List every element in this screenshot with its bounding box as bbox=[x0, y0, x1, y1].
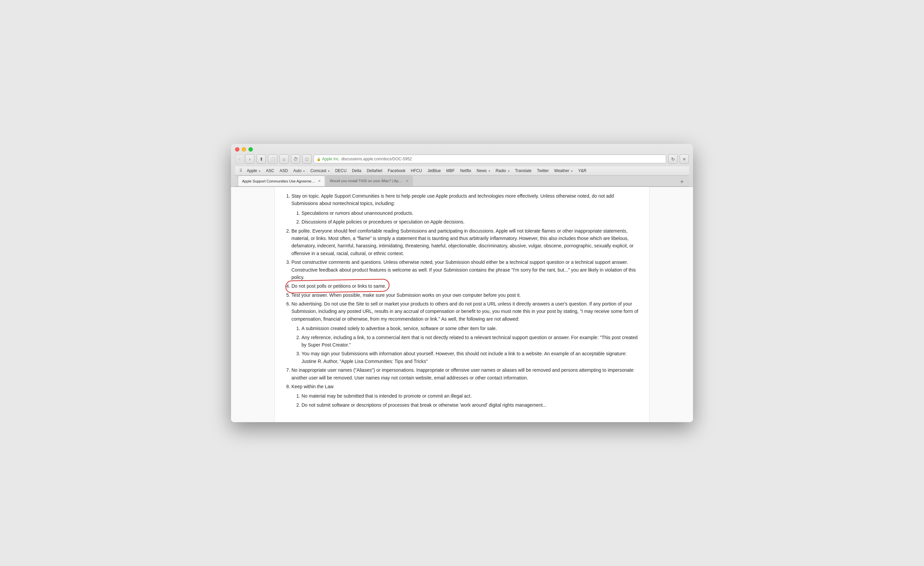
list-item: Speculations or rumors about unannounced… bbox=[302, 209, 639, 217]
item-7-text: No inappropriate user names ("Aliases") … bbox=[291, 367, 634, 380]
url-path: discussions.apple.com/docs/DOC-5952 bbox=[341, 157, 412, 161]
bookmarks-bar: ⠿ Apple ▾ ASC ASD Auto ▾ Comcast ▾ DECU … bbox=[235, 166, 689, 175]
content-area: Stay on topic. Apple Support Communities… bbox=[231, 187, 693, 422]
bookmark-yandr[interactable]: Y&R bbox=[576, 168, 589, 174]
list-item: Discussions of Apple policies or procedu… bbox=[302, 218, 639, 226]
list-item: Be polite. Everyone should feel comforta… bbox=[291, 227, 639, 257]
share-button[interactable]: ⬆ bbox=[256, 154, 266, 164]
history-icon: ⏱ bbox=[294, 157, 298, 162]
tabs-icon: ⬜ bbox=[270, 157, 275, 162]
forward-button[interactable]: › bbox=[245, 154, 255, 164]
toolbar: ‹ › ⬆ ⬜ ⌂ ⏱ □ 🔒 bbox=[235, 154, 689, 164]
bookmark-mbf[interactable]: MBF bbox=[444, 168, 457, 174]
bookmarks-grid-icon[interactable]: ⠿ bbox=[238, 168, 244, 174]
title-bar: ‹ › ⬆ ⬜ ⌂ ⏱ □ 🔒 bbox=[231, 144, 693, 187]
extensions-icon: □ bbox=[306, 157, 308, 162]
maximize-button[interactable] bbox=[249, 147, 253, 152]
traffic-lights bbox=[235, 147, 689, 152]
list-item: No inappropriate user names ("Aliases") … bbox=[291, 366, 639, 381]
bookmark-auto[interactable]: Auto ▾ bbox=[291, 168, 307, 174]
reload-button[interactable]: ↻ bbox=[668, 154, 678, 164]
tab-1-label: Apple Support Communities Use Agreement … bbox=[242, 179, 316, 183]
bookmark-hfcu[interactable]: HFCU bbox=[409, 168, 424, 174]
back-icon: ‹ bbox=[239, 157, 240, 162]
item-5-text: Test your answer. When possible, make su… bbox=[291, 292, 521, 298]
url-bar[interactable]: 🔒 Apple Inc. discussions.apple.com/docs/… bbox=[314, 155, 666, 163]
home-button[interactable]: ⌂ bbox=[279, 154, 289, 164]
tabs-button[interactable]: ⬜ bbox=[268, 154, 278, 164]
item-4-text: Do not post polls or petitions or links … bbox=[291, 283, 386, 289]
bookmark-asd[interactable]: ASD bbox=[278, 168, 290, 174]
item-4-wrapper: Do not post polls or petitions or links … bbox=[291, 282, 386, 290]
list-item: Post constructive comments and questions… bbox=[291, 259, 639, 281]
rules-list: Stay on topic. Apple Support Communities… bbox=[285, 192, 639, 409]
history-button[interactable]: ⏱ bbox=[291, 154, 300, 164]
back-button[interactable]: ‹ bbox=[235, 154, 244, 164]
nav-buttons: ‹ › bbox=[235, 154, 255, 164]
item-8-subitems: No material may be submitted that is int… bbox=[291, 392, 639, 409]
browser-window: ‹ › ⬆ ⬜ ⌂ ⏱ □ 🔒 bbox=[231, 144, 693, 422]
sidebar-left bbox=[231, 187, 274, 422]
forward-icon: › bbox=[249, 157, 250, 162]
item-6-subitems: A submission created solely to advertise… bbox=[291, 325, 639, 365]
list-item: Test your answer. When possible, make su… bbox=[291, 291, 639, 299]
main-content: Stay on topic. Apple Support Communities… bbox=[274, 187, 650, 422]
bookmark-apple[interactable]: Apple ▾ bbox=[244, 168, 263, 174]
tab-2[interactable]: Would you install THIS on your iMac? | A… bbox=[326, 175, 413, 186]
item-3-text: Post constructive comments and questions… bbox=[291, 259, 636, 280]
menu-button[interactable]: ≡ bbox=[680, 154, 689, 164]
tabs-bar: Apple Support Communities Use Agreement … bbox=[235, 175, 689, 187]
bookmark-facebook[interactable]: Facebook bbox=[386, 168, 408, 174]
item-1-text: Stay on topic. Apple Support Communities… bbox=[291, 193, 614, 206]
list-item: A submission created solely to advertise… bbox=[302, 325, 639, 332]
tab-1-close[interactable]: ✕ bbox=[318, 179, 321, 184]
bookmark-twitter[interactable]: Twitter bbox=[534, 168, 551, 174]
list-item: No advertising. Do not use the Site to s… bbox=[291, 300, 639, 365]
lock-icon: 🔒 bbox=[316, 157, 321, 161]
new-tab-button[interactable]: + bbox=[678, 178, 686, 186]
bookmark-news[interactable]: News ▾ bbox=[474, 168, 492, 174]
list-item: Stay on topic. Apple Support Communities… bbox=[291, 192, 639, 226]
list-item: Do not post polls or petitions or links … bbox=[291, 282, 639, 290]
item-1-subitems: Speculations or rumors about unannounced… bbox=[291, 209, 639, 226]
bookmark-netflix[interactable]: Netflix bbox=[458, 168, 473, 174]
bookmark-asc[interactable]: ASC bbox=[264, 168, 277, 174]
bookmark-decu[interactable]: DECU bbox=[333, 168, 349, 174]
extensions-button[interactable]: □ bbox=[302, 154, 312, 164]
item-2-text: Be polite. Everyone should feel comforta… bbox=[291, 228, 634, 256]
url-domain-green: Apple Inc. bbox=[322, 157, 340, 161]
list-item: You may sign your Submissions with infor… bbox=[302, 350, 639, 365]
bookmark-comcast[interactable]: Comcast ▾ bbox=[308, 168, 332, 174]
sidebar-right bbox=[650, 187, 693, 422]
item-8-text: Keep within the Law bbox=[291, 384, 333, 389]
tab-1[interactable]: Apple Support Communities Use Agreement … bbox=[238, 175, 325, 186]
bookmark-jetblue[interactable]: JetBlue bbox=[425, 168, 443, 174]
menu-icon: ≡ bbox=[683, 157, 686, 162]
list-item: No material may be submitted that is int… bbox=[302, 392, 639, 400]
tab-2-close[interactable]: ✕ bbox=[406, 179, 409, 183]
bookmark-delta[interactable]: Delta bbox=[350, 168, 364, 174]
tab-2-label: Would you install THIS on your iMac? | A… bbox=[330, 179, 404, 183]
bookmark-radio[interactable]: Radio ▾ bbox=[493, 168, 512, 174]
reload-icon: ↻ bbox=[671, 157, 675, 162]
list-item: Keep within the Law No material may be s… bbox=[291, 383, 639, 409]
share-icon: ⬆ bbox=[260, 157, 263, 162]
close-button[interactable] bbox=[235, 147, 239, 152]
bookmark-translate[interactable]: Translate bbox=[513, 168, 534, 174]
list-item: Any reference, including a link, to a co… bbox=[302, 334, 639, 349]
minimize-button[interactable] bbox=[242, 147, 246, 152]
home-icon: ⌂ bbox=[283, 157, 285, 162]
item-6-text: No advertising. Do not use the Site to s… bbox=[291, 301, 638, 322]
bookmark-weather[interactable]: Weather ▾ bbox=[552, 168, 575, 174]
list-item: Do not submit software or descriptions o… bbox=[302, 401, 639, 409]
bookmark-deltanet[interactable]: DeltaNet bbox=[364, 168, 385, 174]
